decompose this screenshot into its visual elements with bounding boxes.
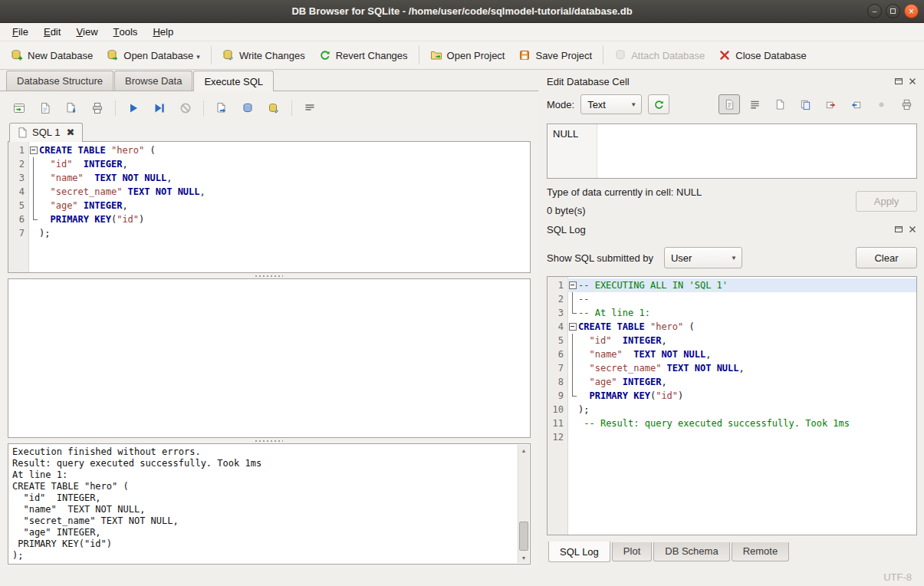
log-line: PRIMARY KEY("id") — [12, 538, 516, 550]
token: TEXT NOT NULL — [128, 186, 200, 197]
cell-type-info: Type of data currently in cell: NULL — [547, 186, 856, 198]
export-cell-button[interactable] — [820, 94, 841, 114]
revert-changes-label: Revert Changes — [336, 50, 408, 61]
toggle-wrap-button[interactable] — [301, 100, 318, 117]
export-csv-button[interactable] — [213, 100, 230, 117]
close-panel-icon[interactable] — [908, 225, 917, 234]
tab-execute-sql[interactable]: Execute SQL — [193, 71, 274, 91]
splitter-handle[interactable] — [8, 438, 531, 443]
menu-edit[interactable]: Edit — [36, 23, 68, 41]
save-file-icon — [65, 102, 77, 114]
scroll-down-icon[interactable]: ▼ — [518, 552, 529, 563]
token: "secret_name" — [589, 363, 661, 374]
results-grid[interactable] — [8, 278, 531, 438]
titlebar[interactable]: DB Browser for SQLite - /home/user/code/… — [0, 0, 924, 23]
code-text: "age" INTEGER, — [578, 375, 916, 389]
close-button[interactable]: × — [904, 4, 919, 18]
sql-log-view[interactable]: 1-- EXECUTING ALL IN 'SQL 1'2--3-- At li… — [547, 276, 917, 535]
code-line-7: 7 "secret_name" TEXT NOT NULL, — [547, 361, 916, 375]
fold-column — [567, 306, 578, 320]
code-line-3: 3-- At line 1: — [547, 306, 916, 320]
sql-editor[interactable]: 1CREATE TABLE "hero" (2 "id" INTEGER,3 "… — [8, 141, 531, 273]
code-text: "secret_name" TEXT NOT NULL, — [39, 185, 530, 199]
encoding-indicator[interactable]: UTF-8 — [883, 571, 912, 583]
open-project-button[interactable]: Open Project — [423, 45, 512, 65]
menu-view[interactable]: View — [68, 23, 105, 41]
fold-column — [567, 334, 578, 347]
menu-tools[interactable]: Tools — [106, 23, 146, 41]
dock-tab-sql-log[interactable]: SQL Log — [548, 542, 610, 562]
tab-browse-data[interactable]: Browse Data — [114, 71, 192, 91]
edit-results-button[interactable] — [265, 100, 282, 117]
close-tab-icon[interactable]: ✖ — [66, 127, 74, 137]
reload-cell-button[interactable] — [648, 94, 669, 114]
code-line-1: 1-- EXECUTING ALL IN 'SQL 1' — [547, 278, 916, 292]
float-panel-icon[interactable] — [894, 225, 903, 234]
token: ) — [139, 214, 144, 225]
dock-tab-db-schema[interactable]: DB Schema — [653, 542, 729, 561]
minimize-button[interactable]: – — [867, 4, 882, 18]
token: "id" — [50, 159, 72, 170]
print-cell-button[interactable] — [896, 94, 917, 114]
text-mode-button[interactable] — [718, 94, 740, 114]
fold-toggle-icon[interactable] — [567, 320, 578, 334]
fold-toggle-icon[interactable] — [28, 143, 39, 157]
menu-file[interactable]: File — [5, 23, 36, 41]
chevron-down-icon[interactable]: ▾ — [196, 53, 200, 61]
open-in-editor-button[interactable] — [769, 94, 791, 114]
scroll-up-icon[interactable]: ▲ — [518, 445, 529, 456]
scrollbar[interactable]: ▲ ▼ — [518, 445, 529, 563]
word-wrap-button[interactable] — [744, 94, 765, 114]
save-project-button[interactable]: Save Project — [511, 45, 599, 65]
new-tab-button[interactable] — [11, 100, 28, 117]
log-line: "name" TEXT NOT NULL, — [12, 504, 516, 515]
copy-cell-button[interactable] — [794, 94, 816, 114]
dock-tab-remote[interactable]: Remote — [732, 542, 790, 561]
open-database-label: Open Database — [123, 50, 193, 61]
save-sql-file-button[interactable] — [63, 100, 80, 117]
token — [578, 363, 589, 374]
save-results-button[interactable] — [239, 100, 256, 117]
menu-help[interactable]: Help — [145, 23, 181, 41]
revert-changes-button[interactable]: Revert Changes — [312, 45, 415, 65]
new-database-button[interactable]: New Database — [4, 45, 100, 65]
log-line: CREATE TABLE "hero" ( — [12, 481, 516, 492]
execute-current-line-button[interactable] — [151, 100, 168, 117]
sql-tab-label: SQL 1 — [32, 127, 60, 138]
dock-tab-plot[interactable]: Plot — [612, 542, 652, 561]
float-panel-icon[interactable] — [894, 77, 903, 86]
scrollbar-thumb[interactable] — [519, 522, 528, 551]
print-button[interactable] — [89, 100, 106, 117]
cell-editor[interactable]: NULL — [547, 123, 917, 179]
execute-all-button[interactable] — [125, 100, 142, 117]
line-number: 5 — [8, 199, 28, 212]
new-database-icon — [11, 49, 23, 61]
open-database-button[interactable]: Open Database ▾ — [100, 45, 207, 65]
splitter-handle[interactable] — [8, 273, 531, 278]
write-changes-button[interactable]: Write Changes — [215, 45, 312, 65]
clear-button[interactable]: Clear — [856, 247, 917, 268]
edit-cell-title: Edit Database Cell — [547, 76, 894, 87]
token: INTEGER — [623, 377, 662, 387]
tab-database-structure[interactable]: Database Structure — [6, 71, 113, 91]
fold-toggle-icon[interactable] — [567, 278, 578, 292]
line-number: 2 — [8, 157, 28, 171]
token: "id" — [117, 214, 139, 225]
execution-log[interactable]: Execution finished without errors.Result… — [8, 443, 531, 565]
mode-combobox[interactable]: Text ▼ — [580, 94, 642, 114]
sql-tab[interactable]: SQL 1 ✖ — [9, 123, 83, 142]
close-database-button[interactable]: Close Database — [712, 45, 814, 65]
code-line-8: 8 "age" INTEGER, — [547, 375, 916, 389]
submitter-combobox[interactable]: User ▼ — [664, 247, 742, 268]
fold-column — [28, 212, 39, 226]
code-line-6: 6 PRIMARY KEY("id") — [8, 212, 530, 226]
close-panel-icon[interactable] — [908, 77, 917, 86]
cell-info-row: Type of data currently in cell: NULL 0 b… — [547, 186, 917, 216]
import-cell-button[interactable] — [845, 94, 866, 114]
set-null-button[interactable] — [870, 94, 892, 114]
revert-changes-icon — [319, 49, 331, 61]
fold-column — [28, 157, 39, 171]
maximize-button[interactable] — [886, 4, 900, 18]
open-sql-file-button[interactable] — [37, 100, 54, 117]
token — [578, 349, 589, 360]
